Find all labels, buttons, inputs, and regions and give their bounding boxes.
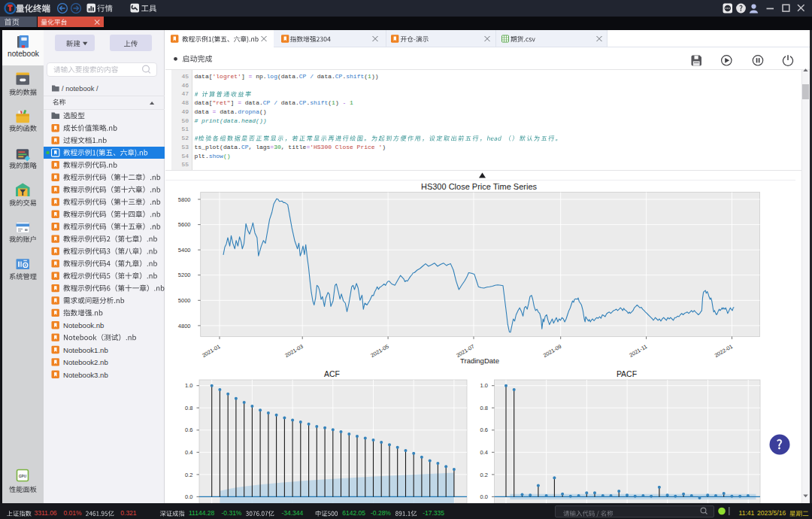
svg-text:TradingDate: TradingDate [460,357,499,365]
svg-text:HS300 Close Price Time Series: HS300 Close Price Time Series [421,182,538,191]
svg-text:5200: 5200 [178,272,191,278]
svg-text:0.4: 0.4 [480,449,488,456]
svg-text:1.0: 1.0 [185,382,192,389]
svg-text:PACF: PACF [617,369,637,378]
svg-text:0.2: 0.2 [185,472,192,478]
svg-text:0.0: 0.0 [185,493,192,500]
svg-text:2021-11: 2021-11 [628,343,648,359]
svg-text:0.8: 0.8 [185,405,192,411]
svg-text:5800: 5800 [178,196,191,203]
svg-text:2022-01: 2022-01 [714,343,734,359]
svg-text:ACF: ACF [324,369,340,378]
svg-text:1.0: 1.0 [480,382,488,389]
svg-text:4800: 4800 [178,323,191,329]
svg-text:2021-03: 2021-03 [283,343,304,359]
svg-text:0.6: 0.6 [480,426,488,433]
svg-text:0.4: 0.4 [185,449,192,456]
svg-text:2021-09: 2021-09 [542,343,562,359]
svg-text:0.8: 0.8 [480,405,488,411]
svg-text:0.2: 0.2 [480,472,488,478]
svg-text:0.0: 0.0 [480,493,488,500]
svg-text:2021-05: 2021-05 [369,343,389,359]
svg-text:5400: 5400 [178,247,191,253]
svg-text:0.6: 0.6 [185,426,192,433]
svg-text:2021-01: 2021-01 [201,343,221,359]
svg-text:5000: 5000 [178,297,191,304]
svg-text:5600: 5600 [178,221,191,228]
